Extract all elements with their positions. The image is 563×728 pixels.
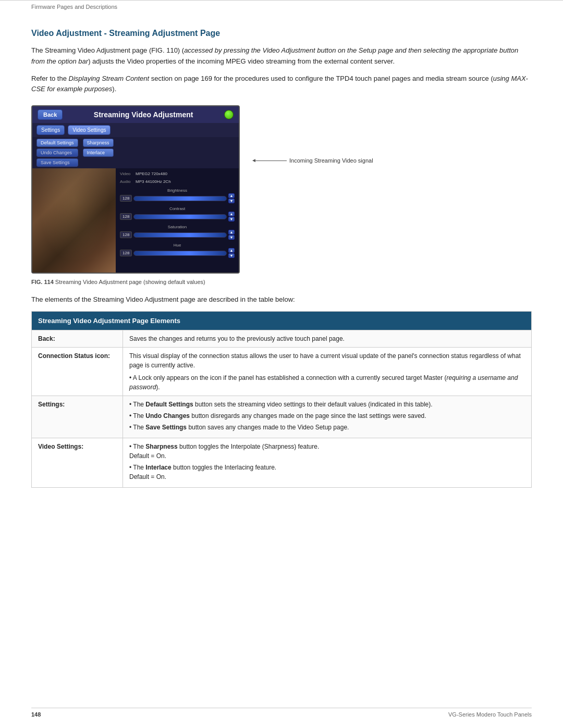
table-header: Streaming Video Adjustment Page Elements (32, 311, 532, 330)
page-footer: 148 VG-Series Modero Touch Panels (31, 708, 532, 718)
mockup-audio-info: Audio MP3 44100Hz 2Ch (120, 179, 235, 184)
table-intro: The elements of the Streaming Video Adju… (31, 294, 532, 305)
mockup-interlace-button[interactable]: Interlace (83, 149, 114, 157)
mockup-back-button[interactable]: Back (38, 109, 63, 120)
figure-container: Back Streaming Video Adjustment Settings… (31, 105, 532, 274)
mockup-hue-group: Hue 128 ▲ ▼ (120, 243, 235, 258)
footer-product-name: VG-Series Modero Touch Panels (448, 711, 532, 718)
mockup-sharpness-button[interactable]: Sharpness (83, 139, 114, 147)
mockup-brightness-slider-row: 128 ▲ ▼ (120, 193, 235, 203)
mockup-saturation-down[interactable]: ▼ (228, 235, 235, 240)
page-container: Firmware Pages and Descriptions Video Ad… (0, 0, 563, 728)
mockup-saturation-slider[interactable] (133, 232, 227, 238)
mockup-saturation-group: Saturation 128 ▲ ▼ (120, 225, 235, 240)
table-row: Video Settings: The Sharpness button tog… (32, 438, 532, 488)
mockup-default-settings-button[interactable]: Default Settings (36, 139, 78, 147)
table-row: Settings: The Default Settings button se… (32, 396, 532, 438)
mockup-hue-down[interactable]: ▼ (228, 253, 235, 258)
mockup-contrast-down[interactable]: ▼ (228, 217, 235, 221)
mockup-video-preview (32, 168, 116, 273)
table-cell-label-settings: Settings: (32, 396, 123, 438)
table-cell-desc-connection: This visual display of the connection st… (123, 348, 532, 396)
mockup-brightness-up[interactable]: ▲ (228, 193, 235, 198)
mockup-saturation-buttons: ▲ ▼ (228, 230, 235, 240)
table-cell-desc-back: Saves the changes and returns you to the… (123, 330, 532, 348)
mockup-brightness-buttons: ▲ ▼ (228, 193, 235, 203)
mockup-contrast-slider[interactable] (133, 214, 227, 219)
mockup-saturation-up[interactable]: ▲ (228, 230, 235, 235)
mockup-save-settings-button[interactable]: Save Settings (36, 158, 78, 167)
streaming-adjustment-table: Streaming Video Adjustment Page Elements… (31, 311, 532, 488)
mockup-video-info: Video MPEG2 720x480 (120, 171, 235, 176)
mockup-title: Streaming Video Adjustment (68, 110, 219, 119)
ui-mockup: Back Streaming Video Adjustment Settings… (31, 105, 240, 274)
mockup-nav: Settings Video Settings (32, 123, 239, 137)
section-title: Video Adjustment - Streaming Adjustment … (31, 29, 532, 38)
mockup-contrast-buttons: ▲ ▼ (228, 212, 235, 221)
mockup-saturation-slider-row: 128 ▲ ▼ (120, 230, 235, 240)
mockup-contrast-group: Contrast 128 ▲ ▼ (120, 206, 235, 221)
mockup-video-settings-button[interactable]: Video Settings (68, 125, 111, 135)
figure-caption: FIG. 114 Streaming Video Adjustment page… (31, 279, 532, 285)
mockup-hue-buttons: ▲ ▼ (228, 248, 235, 258)
table-cell-label-connection: Connection Status icon: (32, 348, 123, 396)
mockup-hue-slider-row: 128 ▲ ▼ (120, 248, 235, 258)
callout-line: Incoming Streaming Video signal (255, 157, 373, 164)
paragraph-2: Refer to the Displaying Stream Content s… (31, 73, 532, 95)
table-cell-label-video-settings: Video Settings: (32, 438, 123, 488)
callout-arrow (255, 161, 287, 161)
table-row: Back: Saves the changes and returns you … (32, 330, 532, 348)
table-cell-desc-video-settings: The Sharpness button toggles the Interpo… (123, 438, 532, 488)
mockup-brightness-down[interactable]: ▼ (228, 199, 235, 203)
breadcrumb: Firmware Pages and Descriptions (0, 0, 563, 13)
footer-page-number: 148 (31, 711, 41, 718)
paragraph-1: The Streaming Video Adjustment page (FIG… (31, 45, 532, 67)
mockup-undo-changes-button[interactable]: Undo Changes (36, 149, 78, 157)
main-content: Video Adjustment - Streaming Adjustment … (0, 13, 563, 519)
mockup-status-icon (224, 110, 234, 119)
table-row: Connection Status icon: This visual disp… (32, 348, 532, 396)
mockup-hue-up[interactable]: ▲ (228, 248, 235, 253)
mockup-brightness-group: Brightness 128 ▲ ▼ (120, 188, 235, 203)
mockup-controls: Video MPEG2 720x480 Audio MP3 44100Hz 2C… (116, 168, 239, 273)
mockup-contrast-up[interactable]: ▲ (228, 212, 235, 216)
figure-callout: Incoming Streaming Video signal (255, 105, 373, 164)
mockup-header: Back Streaming Video Adjustment (32, 106, 239, 123)
mockup-brightness-slider[interactable] (133, 196, 227, 201)
mockup-body: Video MPEG2 720x480 Audio MP3 44100Hz 2C… (32, 168, 239, 273)
mockup-settings-button[interactable]: Settings (36, 125, 65, 135)
mockup-contrast-slider-row: 128 ▲ ▼ (120, 212, 235, 221)
table-header-row: Streaming Video Adjustment Page Elements (32, 311, 532, 330)
table-cell-desc-settings: The Default Settings button sets the str… (123, 396, 532, 438)
mockup-subnav: Default Settings Undo Changes Save Setti… (32, 137, 239, 168)
table-cell-label-back: Back: (32, 330, 123, 348)
mockup-hue-slider[interactable] (133, 251, 227, 256)
callout-text: Incoming Streaming Video signal (289, 157, 373, 164)
